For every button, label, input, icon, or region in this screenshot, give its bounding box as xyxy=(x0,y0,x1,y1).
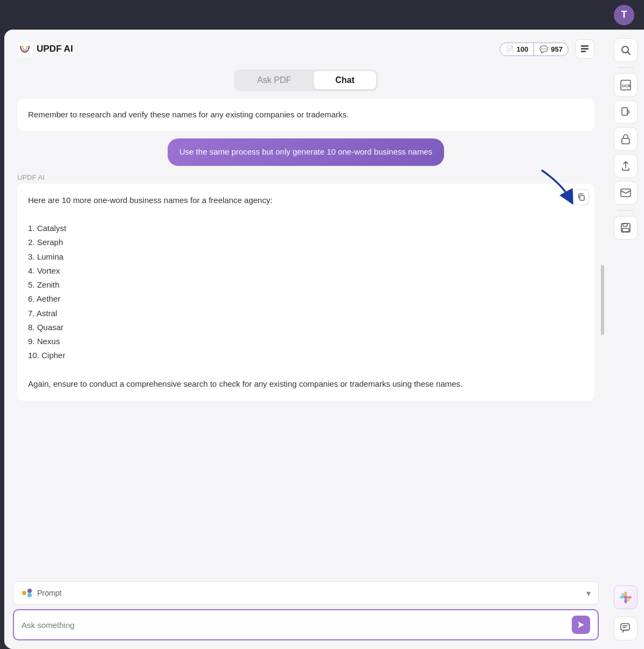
mail-icon xyxy=(620,189,631,197)
user-message-wrapper: Use the same process but only generate 1… xyxy=(17,138,594,166)
chevron-down-icon: ▾ xyxy=(586,588,591,598)
ocr-icon: OCR xyxy=(620,79,632,91)
ai-message-container: Here are 10 more one-word business names… xyxy=(17,184,594,401)
tab-ask-pdf[interactable]: Ask PDF xyxy=(236,71,313,89)
ai-sender-label: UPDF AI xyxy=(17,173,45,182)
brush-icon xyxy=(580,44,590,54)
svg-rect-4 xyxy=(580,196,584,200)
svg-rect-0 xyxy=(17,41,32,57)
logo-area: UPDF AI xyxy=(17,41,493,57)
word-icon: 💬 xyxy=(539,45,548,53)
credits-pages: 📄 100 xyxy=(500,43,535,55)
copy-icon xyxy=(577,193,585,201)
send-icon xyxy=(577,620,585,629)
sidebar-protect-button[interactable] xyxy=(614,127,638,151)
svg-rect-18 xyxy=(622,228,629,232)
panel-header: UPDF AI 📄 100 💬 957 xyxy=(4,30,607,65)
list-item-4: 4. Vortex xyxy=(28,264,584,278)
ai-list: 1. Catalyst 2. Seraph 3. Lumina 4. Vorte… xyxy=(28,221,584,363)
right-sidebar: OCR xyxy=(607,30,644,649)
search-icon xyxy=(620,45,631,55)
list-item-8: 8. Quasar xyxy=(28,320,584,334)
pages-count: 100 xyxy=(517,45,529,53)
ask-input[interactable] xyxy=(22,620,566,630)
chat-content[interactable]: Remember to research and verify these na… xyxy=(4,99,607,575)
convert-icon xyxy=(620,107,631,117)
svg-text:OCR: OCR xyxy=(622,84,631,88)
input-row xyxy=(13,609,599,640)
svg-rect-13 xyxy=(622,108,627,115)
tabs-container: Ask PDF Chat xyxy=(4,65,607,99)
sidebar-divider-1 xyxy=(618,67,634,68)
ai-intro: Here are 10 more one-word business names… xyxy=(28,193,584,207)
sidebar-mail-button[interactable] xyxy=(614,181,638,205)
list-item-1: 1. Catalyst xyxy=(28,221,584,235)
scroll-thumb xyxy=(601,265,604,335)
ai-label-row: UPDF AI xyxy=(17,173,594,182)
svg-point-7 xyxy=(27,589,32,593)
ai-message-wrapper: UPDF AI Here are 10 more one-word busine… xyxy=(17,173,594,401)
input-area: Prompt ▾ xyxy=(4,575,607,649)
sidebar-search-button[interactable] xyxy=(614,38,638,62)
credits-words: 💬 957 xyxy=(534,43,568,55)
prompt-text: Prompt xyxy=(37,589,61,597)
svg-rect-2 xyxy=(581,48,588,50)
svg-line-10 xyxy=(628,52,631,55)
ai-outro: Again, ensure to conduct a comprehensive… xyxy=(28,377,584,391)
avatar[interactable]: T xyxy=(614,5,634,25)
svg-rect-15 xyxy=(621,189,631,197)
sidebar-divider-2 xyxy=(618,210,634,211)
chat-bubble-icon xyxy=(620,623,631,634)
sidebar-save-button[interactable] xyxy=(614,216,638,240)
credits-badge: 📄 100 💬 957 xyxy=(500,43,569,56)
page-icon: 📄 xyxy=(505,45,514,53)
prompt-selector[interactable]: Prompt ▾ xyxy=(13,581,599,605)
svg-rect-17 xyxy=(623,224,627,226)
ai-message: Here are 10 more one-word business names… xyxy=(17,184,594,401)
svg-point-8 xyxy=(27,593,32,597)
list-item-10: 10. Cipher xyxy=(28,348,584,362)
share-icon xyxy=(621,160,631,171)
svg-rect-3 xyxy=(581,51,586,52)
send-button[interactable] xyxy=(572,616,590,634)
sidebar-ai-button[interactable] xyxy=(614,585,638,609)
brush-button[interactable] xyxy=(575,39,594,59)
previous-ai-message: Remember to research and verify these na… xyxy=(17,99,594,131)
svg-rect-26 xyxy=(621,624,629,630)
copy-button[interactable] xyxy=(573,189,589,205)
main-area: UPDF AI 📄 100 💬 957 xyxy=(0,30,644,649)
user-message: Use the same process but only generate 1… xyxy=(168,138,444,166)
logo-text: UPDF AI xyxy=(37,44,73,54)
ai-flower-icon xyxy=(619,591,632,604)
list-item-9: 9. Nexus xyxy=(28,334,584,348)
save-icon xyxy=(620,222,631,233)
list-item-5: 5. Zenith xyxy=(28,278,584,292)
top-bar: T xyxy=(0,0,644,30)
list-item-6: 6. Aether xyxy=(28,292,584,306)
words-count: 957 xyxy=(551,45,563,53)
sidebar-chat-button[interactable] xyxy=(614,617,638,640)
sidebar-convert-button[interactable] xyxy=(614,100,638,124)
list-item-7: 7. Astral xyxy=(28,306,584,320)
prompt-label-area: Prompt xyxy=(21,587,61,599)
lock-icon xyxy=(621,134,631,144)
list-item-2: 2. Seraph xyxy=(28,235,584,249)
chat-panel: UPDF AI 📄 100 💬 957 xyxy=(4,30,607,649)
updf-logo-icon xyxy=(17,41,32,57)
sidebar-share-button[interactable] xyxy=(614,154,638,178)
tabs-wrapper: Ask PDF Chat xyxy=(234,69,378,91)
svg-point-6 xyxy=(22,591,26,595)
svg-rect-14 xyxy=(622,138,629,144)
sidebar-ocr-button[interactable]: OCR xyxy=(614,73,638,97)
svg-rect-1 xyxy=(581,45,588,47)
tab-chat[interactable]: Chat xyxy=(314,71,376,89)
prompt-dots-icon xyxy=(21,587,33,599)
list-item-3: 3. Lumina xyxy=(28,250,584,264)
previous-ai-text: Remember to research and verify these na… xyxy=(28,110,349,119)
